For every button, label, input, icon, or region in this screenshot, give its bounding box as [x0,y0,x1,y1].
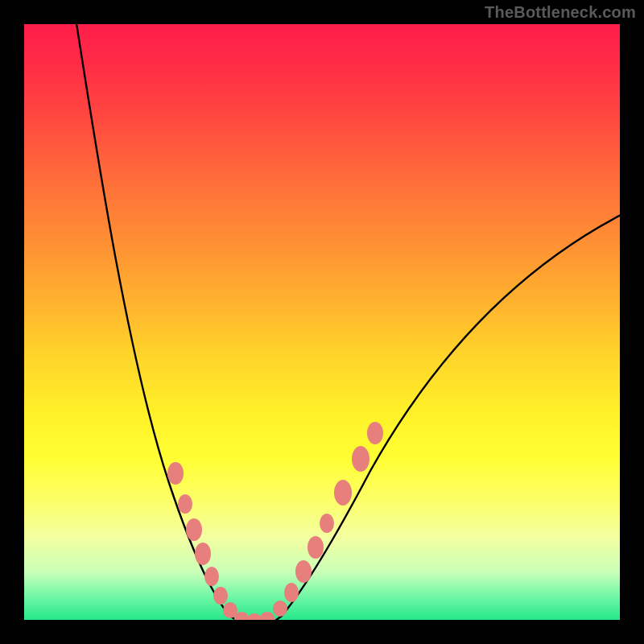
data-points-right [273,422,383,617]
svg-point-11 [284,583,299,602]
curve-layer [24,24,620,620]
svg-point-17 [367,422,383,444]
svg-point-16 [352,446,369,472]
svg-point-9 [260,612,275,620]
bottleneck-curve-left [74,24,250,620]
watermark-text: TheBottleneck.com [485,3,636,22]
data-points-bottom [234,612,275,620]
svg-point-2 [186,518,202,541]
svg-point-15 [334,480,352,506]
svg-point-1 [178,494,192,514]
data-points-left [167,462,237,618]
svg-point-8 [247,613,262,620]
chart-frame: TheBottleneck.com [0,0,644,644]
bottleneck-curve-right [266,213,620,620]
svg-point-4 [204,567,219,586]
plot-area [24,24,620,620]
svg-point-10 [273,601,287,617]
svg-point-0 [167,462,184,485]
svg-point-12 [295,560,312,583]
svg-point-14 [320,514,334,533]
svg-point-5 [213,587,228,605]
svg-point-13 [308,536,324,559]
svg-point-3 [195,543,211,565]
